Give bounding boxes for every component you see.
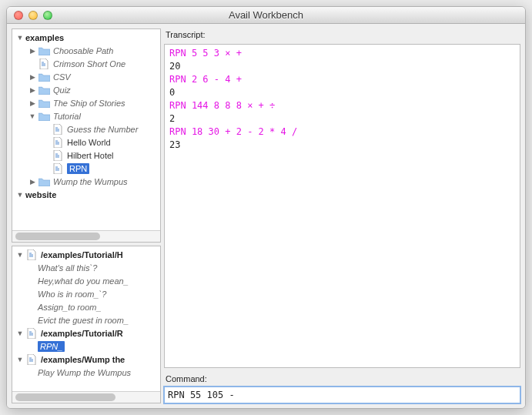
folder-icon [38,72,50,82]
tree-label: Hey,what do you mean_ [38,276,129,286]
command-tree-pane: ▼/examples/Tutorial/HWhat's all this`?He… [12,246,161,403]
tree-label: examples [25,33,64,42]
tree-label: Assign_to room_ [38,303,102,312]
folder-icon [38,45,50,56]
transcript-line: 20 [169,60,515,73]
tree-row[interactable]: Hey,what do you mean_ [12,274,160,287]
disclosure-triangle-icon[interactable]: ▼ [15,33,25,42]
disclosure-triangle-icon[interactable]: ▶ [28,46,37,55]
tree-label: What's all this`? [38,263,97,273]
close-icon[interactable] [14,11,23,20]
tree-label: Hello World [67,138,111,147]
tree-row[interactable]: ▶The Ship of Stories [12,96,160,109]
transcript-line: RPN 144 8 8 8 × + ÷ [169,99,515,112]
folder-icon [38,111,50,122]
tree-row[interactable]: RPN_ [12,340,160,353]
tree-label: website [25,190,56,199]
transcript-label: Transcript: [164,28,520,42]
tree-row[interactable]: Play Wump the Wumpus [12,366,160,379]
command-section: Command: [164,373,520,403]
folder-icon [38,85,50,95]
tree-row[interactable]: ▶Choosable Path [12,44,160,57]
horizontal-scrollbar[interactable] [12,230,160,242]
file-icon [25,354,38,365]
tree-label: Wump the Wumpus [53,177,128,186]
tree-row[interactable]: Who is in room_`? [12,287,160,300]
tree-label: Crimson Short One [53,59,125,69]
disclosure-triangle-icon[interactable]: ▼ [15,355,25,364]
file-icon [25,328,38,339]
disclosure-triangle-icon[interactable]: ▶ [28,85,37,95]
right-column: Transcript: RPN 5 5 3 × +20RPN 2 6 - 4 +… [164,28,520,403]
transcript-line: RPN 18 30 + 2 - 2 * 4 / [169,126,515,139]
disclosure-triangle-icon[interactable]: ▼ [15,190,25,199]
tree-row[interactable]: ▼website [12,188,160,201]
transcript-line: 2 [169,112,515,126]
tree-row[interactable]: Hello World [12,136,160,149]
scroll-thumb[interactable] [15,233,100,240]
tree-label: Choosable Path [53,46,113,55]
zoom-icon[interactable] [43,11,52,20]
transcript-line: 0 [169,86,515,99]
tree-label: Who is in room_`? [38,289,106,299]
tree-label: Play Wump the Wumpus [38,368,131,377]
tree-label: Tutorial [53,112,81,121]
transcript-line: RPN 2 6 - 4 + [169,73,515,86]
left-column: ▼examples▶Choosable PathCrimson Short On… [12,28,161,403]
tree-label: /examples/Tutorial/R [41,329,123,338]
tree-row[interactable]: Hilbert Hotel [12,149,160,162]
disclosure-triangle-icon[interactable]: ▶ [28,72,37,82]
file-icon [52,124,64,135]
disclosure-triangle-icon[interactable]: ▼ [28,112,37,121]
tree-row[interactable]: What's all this`? [12,261,160,274]
tree-label: /examples/Wump the [41,355,125,364]
module-tree[interactable]: ▼examples▶Choosable PathCrimson Short On… [12,29,160,230]
minimize-icon[interactable] [28,11,38,20]
module-tree-pane: ▼examples▶Choosable PathCrimson Short On… [12,28,161,243]
horizontal-scrollbar[interactable] [12,391,160,403]
tree-row[interactable]: Evict the guest in room_ [12,313,160,326]
app-window: Avail Workbench ▼examples▶Choosable Path… [6,6,526,409]
command-tree[interactable]: ▼/examples/Tutorial/HWhat's all this`?He… [12,246,160,391]
file-icon [38,59,50,69]
tree-row[interactable]: ▼/examples/Wump the [12,353,160,366]
folder-icon [38,176,50,187]
content-area: ▼examples▶Choosable PathCrimson Short On… [7,24,525,408]
tree-label: RPN_ [38,341,65,352]
file-icon [52,137,64,148]
file-icon [52,150,64,161]
tree-label: Quiz [53,85,71,95]
titlebar: Avail Workbench [7,7,525,24]
command-label: Command: [164,373,520,387]
window-title: Avail Workbench [7,9,525,21]
tree-row[interactable]: ▶CSV [12,70,160,83]
tree-label: Guess the Number [67,125,138,134]
tree-row[interactable]: ▶Quiz [12,83,160,96]
tree-row[interactable]: ▶Wump the Wumpus [12,175,160,188]
window-controls [7,11,52,20]
tree-row[interactable]: RPN [12,162,160,175]
tree-label: Hilbert Hotel [67,151,114,160]
disclosure-triangle-icon[interactable]: ▶ [28,177,37,186]
tree-label: The Ship of Stories [53,99,125,108]
tree-label: CSV [53,72,71,82]
command-input[interactable] [164,387,520,403]
file-icon [52,163,64,174]
transcript-line: 23 [169,139,515,152]
file-icon [25,249,38,260]
tree-row[interactable]: ▼/examples/Tutorial/H [12,248,160,261]
scroll-thumb[interactable] [15,393,115,401]
disclosure-triangle-icon[interactable]: ▼ [15,250,25,259]
tree-row[interactable]: Crimson Short One [12,57,160,70]
tree-row[interactable]: ▼examples [12,31,160,44]
tree-row[interactable]: Assign_to room_ [12,300,160,313]
tree-row[interactable]: ▼/examples/Tutorial/R [12,326,160,340]
disclosure-triangle-icon[interactable]: ▶ [28,99,37,108]
transcript-area[interactable]: RPN 5 5 3 × +20RPN 2 6 - 4 +0RPN 144 8 8… [164,44,520,368]
transcript-line: RPN 5 5 3 × + [169,47,515,60]
tree-label: RPN [67,163,89,174]
tree-label: Evict the guest in room_ [38,316,129,325]
tree-row[interactable]: ▼Tutorial [12,109,160,122]
disclosure-triangle-icon[interactable]: ▼ [15,329,25,338]
tree-row[interactable]: Guess the Number [12,122,160,136]
